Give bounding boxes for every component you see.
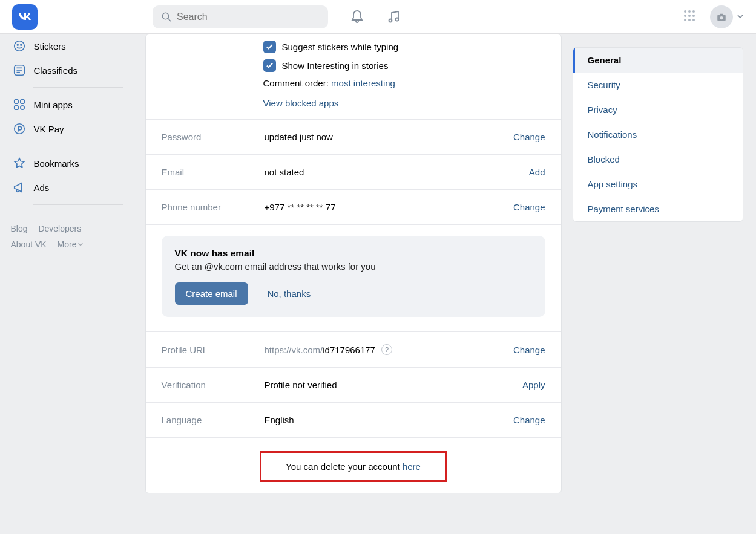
add-email-link[interactable]: Add — [529, 167, 545, 177]
svg-point-13 — [720, 16, 723, 19]
bell-icon[interactable] — [350, 10, 364, 24]
row-phone: Phone number +977 ** ** ** ** 77 Change — [146, 189, 561, 224]
search-icon — [161, 11, 172, 23]
svg-point-6 — [692, 10, 695, 13]
nav-label: Stickers — [34, 41, 66, 51]
help-icon[interactable]: ? — [381, 344, 392, 355]
footer-more[interactable]: More — [58, 239, 84, 249]
svg-point-5 — [688, 10, 691, 13]
row-value: not stated — [265, 167, 529, 177]
layout: Stickers Classifieds Mini apps VK Pay Bo… — [8, 34, 748, 493]
checkbox-checked-icon[interactable] — [263, 41, 276, 53]
nav-separator — [33, 146, 123, 146]
opt-suggest-stickers[interactable]: Suggest stickers while typing — [263, 41, 547, 53]
nav-separator — [33, 204, 123, 205]
svg-point-10 — [684, 19, 686, 21]
row-label: Password — [162, 132, 265, 142]
comment-order-row: Comment order: most interesting — [263, 78, 547, 88]
music-icon[interactable] — [386, 10, 401, 24]
nav-ads[interactable]: Ads — [8, 175, 137, 200]
svg-point-25 — [14, 124, 24, 134]
tab-payment-services[interactable]: Payment services — [573, 197, 743, 221]
svg-rect-23 — [14, 106, 18, 109]
tab-app-settings[interactable]: App settings — [573, 172, 743, 197]
delete-account-link[interactable]: here — [403, 461, 421, 472]
delete-text: You can delete your account — [286, 461, 403, 472]
change-url-link[interactable]: Change — [513, 345, 545, 355]
row-value: updated just now — [265, 132, 513, 142]
star-icon — [12, 156, 27, 171]
create-email-button[interactable]: Create email — [175, 282, 248, 305]
delete-account-highlight: You can delete your account here — [260, 451, 447, 482]
search-input[interactable] — [177, 11, 320, 22]
row-language: Language English Change — [146, 402, 561, 437]
classifieds-icon — [12, 63, 27, 77]
promo-title: VK now has email — [175, 248, 532, 259]
nav-stickers[interactable]: Stickers — [8, 34, 137, 58]
topbar — [0, 0, 756, 34]
tab-blocked[interactable]: Blocked — [573, 147, 743, 172]
nav-separator — [33, 87, 123, 88]
row-password: Password updated just now Change — [146, 119, 561, 154]
change-phone-link[interactable]: Change — [513, 202, 545, 212]
search-box[interactable] — [153, 5, 328, 28]
row-value: English — [265, 415, 513, 425]
row-verification: Verification Profile not verified Apply — [146, 367, 561, 402]
svg-point-11 — [688, 19, 691, 21]
tab-general[interactable]: General — [573, 48, 743, 73]
vkpay-icon — [12, 122, 27, 136]
footer-developers[interactable]: Developers — [38, 224, 81, 233]
footer-links: Blog Developers About VK More — [8, 210, 137, 252]
svg-point-12 — [692, 19, 695, 21]
view-blocked-apps-link[interactable]: View blocked apps — [263, 98, 339, 108]
footer-blog[interactable]: Blog — [11, 224, 28, 233]
email-promo-wrap: VK now has email Get an @vk.com email ad… — [146, 224, 561, 331]
svg-point-9 — [692, 15, 695, 17]
nav-classifieds[interactable]: Classifieds — [8, 58, 137, 82]
nav-vkpay[interactable]: VK Pay — [8, 117, 137, 141]
row-value: +977 ** ** ** ** 77 — [265, 202, 513, 212]
nav-label: Bookmarks — [34, 158, 79, 169]
tab-privacy[interactable]: Privacy — [573, 97, 743, 122]
page: Stickers Classifieds Mini apps VK Pay Bo… — [0, 0, 756, 493]
footer-about[interactable]: About VK — [11, 239, 47, 249]
row-value: https://vk.com/id717966177 ? — [265, 344, 513, 355]
change-password-link[interactable]: Change — [513, 132, 545, 142]
settings-tabs: General Security Privacy Notifications B… — [573, 47, 743, 222]
row-value: Profile not verified — [265, 380, 522, 390]
svg-point-24 — [20, 106, 24, 109]
comment-order-value[interactable]: most interesting — [331, 78, 395, 88]
nav-bookmarks[interactable]: Bookmarks — [8, 151, 137, 175]
svg-rect-21 — [14, 100, 18, 103]
miniapps-icon — [12, 97, 27, 112]
row-profile-url: Profile URL https://vk.com/id717966177 ?… — [146, 331, 561, 367]
checkbox-options: Suggest stickers while typing Show Inter… — [146, 34, 561, 119]
change-language-link[interactable]: Change — [513, 415, 545, 425]
settings-panel: Suggest stickers while typing Show Inter… — [145, 34, 562, 493]
svg-point-2 — [389, 19, 392, 22]
row-label: Email — [162, 167, 265, 177]
svg-point-4 — [684, 10, 686, 13]
decline-promo-link[interactable]: No, thanks — [267, 288, 311, 299]
svg-point-16 — [20, 44, 21, 45]
comment-order-label: Comment order: — [263, 78, 332, 88]
url-prefix: https://vk.com/ — [265, 345, 323, 355]
svg-point-3 — [396, 18, 399, 21]
nav-miniapps[interactable]: Mini apps — [8, 93, 137, 117]
row-label: Language — [162, 415, 265, 425]
row-label: Phone number — [162, 202, 265, 212]
tab-notifications[interactable]: Notifications — [573, 122, 743, 147]
opt-show-interesting[interactable]: Show Interesting in stories — [263, 59, 547, 72]
profile-avatar[interactable] — [710, 5, 733, 28]
url-id: id717966177 — [323, 345, 375, 355]
nav-label: Mini apps — [34, 100, 73, 110]
row-label: Verification — [162, 380, 265, 390]
svg-rect-22 — [20, 100, 24, 103]
vk-logo[interactable] — [12, 4, 38, 30]
apps-grid-icon[interactable] — [683, 10, 695, 24]
apply-verification-link[interactable]: Apply — [522, 380, 545, 390]
svg-point-7 — [684, 15, 686, 17]
megaphone-icon — [12, 180, 27, 195]
checkbox-checked-icon[interactable] — [263, 59, 276, 72]
tab-security[interactable]: Security — [573, 73, 743, 97]
